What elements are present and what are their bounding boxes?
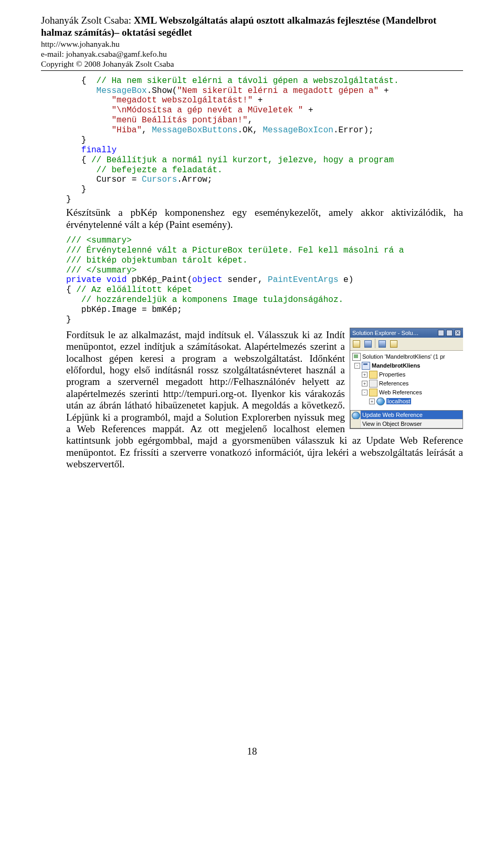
solution-explorer-title: Solution Explorer - Solu… <box>352 330 419 336</box>
pin-icon[interactable] <box>446 330 453 336</box>
collapse-icon[interactable]: - <box>362 390 368 395</box>
code-block-1: { // Ha nem sikerült elérni a távoli gép… <box>41 76 463 205</box>
folder-icon <box>369 371 377 379</box>
tree-node-references[interactable]: + References <box>351 379 462 388</box>
solution-explorer-panel: Solution Explorer - Solu… Solution 'Mand… <box>350 328 463 428</box>
tree-label: MandelbrotKliens <box>372 362 420 369</box>
tree-label: Web References <box>379 389 422 395</box>
toolbar-properties-button[interactable] <box>351 339 362 349</box>
project-icon <box>362 362 370 370</box>
context-menu: Update Web Reference View in Object Brow… <box>350 410 463 428</box>
header-copyright: Copyright © 2008 Johanyák Zsolt Csaba <box>41 59 463 69</box>
close-icon[interactable] <box>455 330 461 336</box>
header-author: Johanyák Zsolt Csaba: <box>41 15 134 26</box>
page: Johanyák Zsolt Csaba: XML Webszolgáltatá… <box>0 0 504 778</box>
context-item-label: View in Object Browser <box>362 421 422 427</box>
page-number: 18 <box>41 746 463 757</box>
tree-node-webreferences[interactable]: - Web References <box>351 388 462 397</box>
context-item-update[interactable]: Update Web Reference <box>351 411 463 419</box>
toolbar-refresh-button[interactable] <box>377 339 387 349</box>
solution-explorer-titlebar[interactable]: Solution Explorer - Solu… <box>350 328 463 338</box>
collapse-icon[interactable]: - <box>354 363 360 369</box>
expand-icon[interactable]: + <box>362 372 368 378</box>
toolbar-view-button[interactable] <box>388 339 399 349</box>
header-title: Johanyák Zsolt Csaba: XML Webszolgáltatá… <box>41 15 463 39</box>
solution-explorer-toolbar <box>350 338 463 351</box>
tree-node-solution[interactable]: Solution 'MandelbrotKliens' (1 pr <box>351 352 462 361</box>
page-header: Johanyák Zsolt Csaba: XML Webszolgáltatá… <box>41 15 463 69</box>
header-url: http://www.johanyak.hu <box>41 39 463 49</box>
references-icon <box>369 380 377 388</box>
tree-node-properties[interactable]: + Properties <box>351 370 462 379</box>
globe-icon <box>352 412 360 420</box>
tree-node-project[interactable]: - MandelbrotKliens <box>351 361 462 370</box>
tree-label: References <box>379 380 408 386</box>
dropdown-icon[interactable] <box>438 330 444 336</box>
context-item-view[interactable]: View in Object Browser <box>351 419 463 428</box>
tree-label-selected: localhost <box>386 398 411 404</box>
paragraph-1: Készítsünk a pbKép komponenshez egy esem… <box>41 207 463 231</box>
globe-icon <box>376 398 385 405</box>
context-gutter <box>351 420 361 428</box>
header-email: e-mail: johanyak.csaba@gamf.kefo.hu <box>41 49 463 59</box>
tree-label: Solution 'MandelbrotKliens' (1 pr <box>362 353 445 360</box>
folder-icon <box>369 389 377 396</box>
expand-icon[interactable]: + <box>369 399 375 404</box>
context-item-label: Update Web Reference <box>362 412 423 418</box>
solution-icon <box>352 353 361 361</box>
header-divider <box>41 70 463 71</box>
expand-icon[interactable]: + <box>362 381 368 386</box>
tree-label: Properties <box>379 371 405 378</box>
toolbar-separator <box>375 339 375 348</box>
solution-explorer-tree: Solution 'MandelbrotKliens' (1 pr - Mand… <box>350 351 463 409</box>
toolbar-showall-button[interactable] <box>363 339 373 349</box>
tree-node-localhost[interactable]: + localhost <box>351 397 462 406</box>
code-block-2: /// <summary> /// Érvénytelenné vált a P… <box>41 236 463 325</box>
